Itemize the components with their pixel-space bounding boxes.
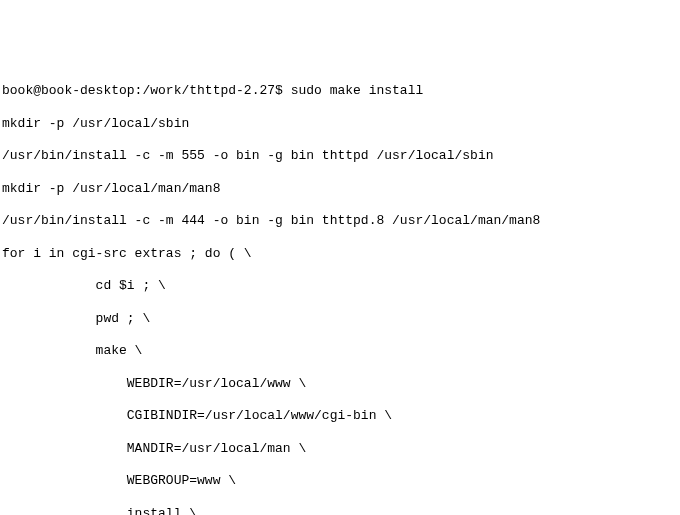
terminal-line: mkdir -p /usr/local/man/man8	[2, 181, 678, 197]
terminal-line: WEBGROUP=www \	[2, 473, 678, 489]
terminal-line: /usr/bin/install -c -m 555 -o bin -g bin…	[2, 148, 678, 164]
terminal-line: make \	[2, 343, 678, 359]
terminal-line: pwd ; \	[2, 311, 678, 327]
terminal-line: book@book-desktop:/work/thttpd-2.27$ sud…	[2, 83, 678, 99]
terminal-line: WEBDIR=/usr/local/www \	[2, 376, 678, 392]
terminal-line: cd $i ; \	[2, 278, 678, 294]
terminal-line: /usr/bin/install -c -m 444 -o bin -g bin…	[2, 213, 678, 229]
terminal-line: mkdir -p /usr/local/sbin	[2, 116, 678, 132]
terminal-line: for i in cgi-src extras ; do ( \	[2, 246, 678, 262]
terminal-line: CGIBINDIR=/usr/local/www/cgi-bin \	[2, 408, 678, 424]
terminal-line: install \	[2, 506, 678, 515]
terminal-line: MANDIR=/usr/local/man \	[2, 441, 678, 457]
terminal-output: book@book-desktop:/work/thttpd-2.27$ sud…	[2, 67, 678, 515]
